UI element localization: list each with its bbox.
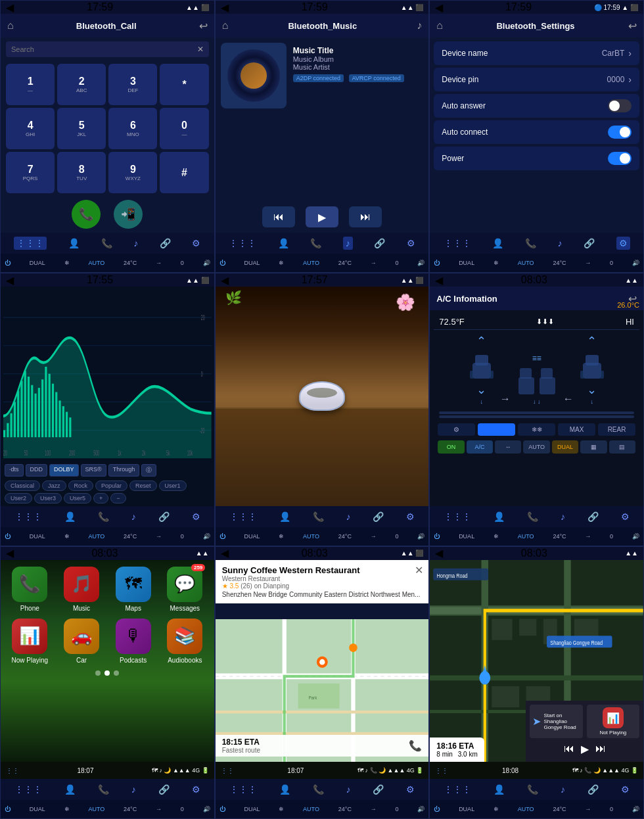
play-drive-btn[interactable]: ▶ [581,743,589,755]
preset-ddd[interactable]: DDD [26,464,48,477]
nav-settings-icon[interactable]: ⚙ [192,238,200,248]
app-music[interactable]: 🎵 Music [59,567,104,612]
dial-9[interactable]: 9WXYZ [108,152,157,193]
nav-contact-icon[interactable]: 👤 [494,511,505,522]
nav-settings-icon[interactable]: ⚙ [616,237,630,250]
next-button[interactable]: ⏭ [349,206,382,227]
nav-call-icon[interactable]: 📞 [525,238,536,248]
nav-music-icon[interactable]: ♪ [561,784,565,795]
drive-map[interactable]: Hongma Road Shangliao Gongye Road 18:16 … [430,560,643,762]
search-input[interactable] [11,45,197,53]
nav-settings-icon[interactable]: ⚙ [192,511,200,522]
back-arrow[interactable]: ◀ [221,547,229,559]
page-dot-3[interactable] [114,670,119,676]
ac-max-btn[interactable]: MAX [558,423,595,436]
nav-menu-icon[interactable]: ⋮⋮⋮ [14,237,47,250]
dial-6[interactable]: 6MNO [108,108,157,149]
mode-user3[interactable]: User3 [34,493,62,503]
page-dot-1[interactable] [95,670,101,676]
back-arrow[interactable]: ◀ [6,1,14,14]
prev-drive-btn[interactable]: ⏮ [564,743,574,755]
app-podcasts[interactable]: 🎙 Podcasts [110,619,156,664]
home-icon[interactable]: ⌂ [7,20,14,32]
nav-contact-icon[interactable]: 👤 [64,511,76,522]
preset-through[interactable]: Through [108,464,140,477]
nav-music-icon[interactable]: ♪ [131,511,136,522]
dial-3[interactable]: 3DEF [108,64,157,105]
mode-rock[interactable]: Rock [68,480,94,491]
nav-music-icon[interactable]: ♪ [131,784,136,795]
nav-link-icon[interactable]: 🔗 [373,511,384,522]
dial-2[interactable]: 2ABC [57,64,106,105]
dial-8[interactable]: 8TUV [57,152,106,193]
ac-fan-icon[interactable]: ❄❄ [518,423,555,436]
app-maps[interactable]: 🗺 Maps [110,567,156,612]
device-pin-row[interactable]: Device pin 0000 › [434,68,639,91]
nav-link-icon[interactable]: 🔗 [158,784,170,795]
mode-user1[interactable]: User1 [159,480,187,491]
ac-ac-btn[interactable]: A/C [467,440,493,454]
ac-fan-bar[interactable] [478,423,515,436]
ac-defrost-front[interactable]: ▦ [580,440,607,454]
back-arrow[interactable]: ◀ [221,274,229,287]
dial-0[interactable]: 0— [160,108,208,149]
nav-call-icon[interactable]: 📞 [98,784,109,795]
dial-5[interactable]: 5JKL [57,108,106,149]
mode-reset[interactable]: Reset [129,480,157,491]
nav-settings-icon[interactable]: ⚙ [621,511,630,522]
nav-call-icon[interactable]: 📞 [98,511,109,522]
nav-menu-icon[interactable]: ⋮⋮⋮ [444,784,471,795]
ac-dual-btn[interactable]: DUAL [552,440,578,454]
dial-7[interactable]: 7PQRS [6,152,55,193]
auto-connect-toggle[interactable] [608,126,632,139]
mode-classical[interactable]: Classical [5,480,40,491]
back-arrow[interactable]: ◀ [435,547,443,559]
clear-icon[interactable]: ✕ [197,45,204,54]
nav-settings-icon[interactable]: ⚙ [406,511,415,522]
ac-auto-btn[interactable]: AUTO [523,440,549,454]
nav-drive-menu[interactable]: ⋮⋮ [435,767,448,774]
nav-contact-icon[interactable]: 👤 [279,784,290,795]
home-icon[interactable]: ⌂ [436,20,443,32]
carplay-menu-icon[interactable]: ⋮⋮ [6,767,19,774]
redial-button[interactable]: 📲 [114,200,143,229]
app-phone[interactable]: 📞 Phone [7,567,53,612]
nav-link-icon[interactable]: 🔗 [584,238,595,248]
nav-menu-icon[interactable]: ⋮⋮⋮ [229,784,257,795]
nav-link-icon[interactable]: 🔗 [160,238,171,248]
mode-user2[interactable]: User2 [5,493,32,503]
nav-menu-icon[interactable]: ⋮⋮⋮ [229,238,256,248]
nav-contact-icon[interactable]: 👤 [492,238,503,248]
nav-menu-icon[interactable]: ⋮⋮⋮ [444,238,471,248]
page-dot-2[interactable] [104,670,110,676]
nav-menu-small[interactable]: ⋮⋮ [221,767,234,774]
mode-user5[interactable]: User5 [64,493,91,503]
dial-1[interactable]: 1— [6,64,55,105]
phone-icon-nav[interactable]: 📞 [409,739,422,752]
nav-link-icon[interactable]: 🔗 [587,511,599,522]
play-button[interactable]: ▶ [306,206,338,227]
nav-settings-icon[interactable]: ⚙ [192,784,200,795]
nav-call-icon[interactable]: 📞 [101,238,112,248]
nav-menu-icon[interactable]: ⋮⋮⋮ [14,511,42,522]
search-bar[interactable]: ✕ [6,41,209,57]
nav-settings-icon[interactable]: ⚙ [621,784,630,795]
nav-link-icon[interactable]: 🔗 [374,238,385,248]
nav-link-icon[interactable]: 🔗 [373,784,384,795]
ac-defrost-rear[interactable]: ▤ [609,440,635,454]
app-car[interactable]: 🚗 Car [59,619,104,664]
call-button[interactable]: 📞 [72,200,101,229]
nav-settings-icon[interactable]: ⚙ [406,784,415,795]
app-audiobooks[interactable]: 📚 Audiobooks [162,619,208,664]
prev-button[interactable]: ⏮ [262,206,295,227]
nav-menu-icon[interactable]: ⋮⋮⋮ [14,784,42,795]
dial-hash[interactable]: # [160,152,208,193]
nav-contact-icon[interactable]: 👤 [494,784,505,795]
nav-settings-icon[interactable]: ⚙ [407,238,415,248]
nav-call-icon[interactable]: 📞 [527,511,538,522]
nav-music-icon[interactable]: ♪ [133,238,138,248]
nav-music-icon[interactable]: ♪ [561,511,565,522]
nav-link-icon[interactable]: 🔗 [158,511,170,522]
mode-minus[interactable]: − [110,493,126,503]
app-messages[interactable]: 💬 259 Messages [162,567,208,612]
